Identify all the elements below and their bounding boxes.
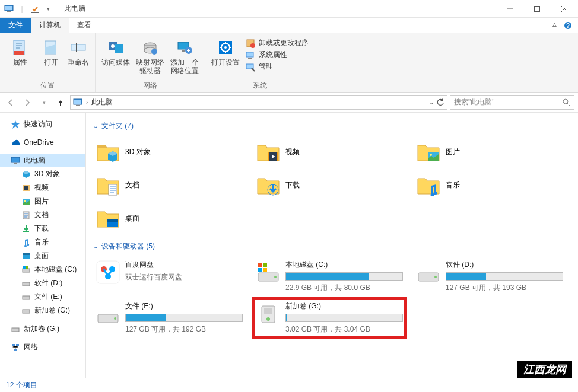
folder-documents[interactable]: 文档 xyxy=(93,170,245,200)
content-pane: ⌄ 文件夹 (7) 3D 对象 视频 图片 文档 下载 xyxy=(86,113,578,378)
open-button[interactable]: 打开 xyxy=(39,36,63,79)
open-icon xyxy=(42,38,61,57)
drive-d[interactable]: 软件 (D:) 127 GB 可用，共 193 GB xyxy=(414,257,566,295)
svg-rect-52 xyxy=(26,266,28,269)
access-media-button[interactable]: 访问媒体 xyxy=(100,36,131,79)
sidebar-pictures[interactable]: 图片 xyxy=(0,195,85,208)
svg-text:?: ? xyxy=(566,23,570,29)
help-icon[interactable]: ? xyxy=(564,21,572,30)
svg-point-16 xyxy=(111,44,115,48)
svg-rect-34 xyxy=(248,58,252,59)
music-icon xyxy=(21,238,31,247)
folder-icon xyxy=(416,173,441,197)
folder-pictures[interactable]: 图片 xyxy=(414,137,566,167)
close-button[interactable] xyxy=(551,0,578,18)
sidebar-documents[interactable]: 文档 xyxy=(0,208,85,222)
rename-button[interactable]: 重命名 xyxy=(66,36,90,79)
svg-rect-38 xyxy=(76,105,80,106)
svg-rect-62 xyxy=(277,152,278,161)
folder-icon xyxy=(96,173,120,197)
checkbox-icon[interactable] xyxy=(30,4,40,14)
recent-dropdown[interactable]: ▾ xyxy=(37,95,51,110)
drive-icon xyxy=(21,306,31,315)
sidebar-drive-d[interactable]: 软件 (D:) xyxy=(0,276,85,290)
folder-music[interactable]: 音乐 xyxy=(414,170,566,200)
drive-icon xyxy=(21,279,31,288)
section-drives[interactable]: ⌄ 设备和驱动器 (5) xyxy=(93,241,571,251)
tab-computer[interactable]: 计算机 xyxy=(31,18,69,33)
drive-baidu[interactable]: 百度网盘 双击运行百度网盘 xyxy=(93,257,245,295)
search-input[interactable]: 搜索"此电脑" xyxy=(450,95,574,110)
address-dropdown-icon[interactable]: ⌄ xyxy=(429,99,434,106)
sidebar-videos[interactable]: 视频 xyxy=(0,181,85,195)
sidebar-desktop[interactable]: 桌面 xyxy=(0,249,85,263)
ribbon-collapse-icon[interactable]: ㅿ xyxy=(551,21,558,30)
uninstall-programs-item[interactable]: 卸载或更改程序 xyxy=(246,38,309,48)
drive-g[interactable]: 新加卷 (G:) 3.02 GB 可用，共 3.04 GB xyxy=(253,299,405,337)
sidebar-downloads[interactable]: 下载 xyxy=(0,222,85,235)
sidebar-music[interactable]: 音乐 xyxy=(0,235,85,249)
svg-rect-84 xyxy=(264,308,272,314)
sidebar-drive-e[interactable]: 文件 (E:) xyxy=(0,290,85,304)
open-settings-button[interactable]: 打开设置 xyxy=(210,36,241,79)
svg-point-64 xyxy=(430,154,432,156)
folder-3d-objects[interactable]: 3D 对象 xyxy=(93,137,245,167)
breadcrumb[interactable]: 此电脑 xyxy=(91,97,113,107)
back-button[interactable] xyxy=(4,95,18,110)
svg-rect-53 xyxy=(23,282,30,286)
sidebar-drive-g2[interactable]: 新加卷 (G:) xyxy=(0,322,85,336)
drive-icon xyxy=(21,265,31,275)
tab-view[interactable]: 查看 xyxy=(69,18,100,33)
svg-point-82 xyxy=(114,317,116,320)
drive-c[interactable]: 本地磁盘 (C:) 22.9 GB 可用，共 80.0 GB xyxy=(253,257,405,295)
drive-name: 百度网盘 xyxy=(125,260,243,270)
tab-file[interactable]: 文件 xyxy=(0,18,31,33)
drive-icon xyxy=(256,301,281,326)
sidebar-drive-c[interactable]: 本地磁盘 (C:) xyxy=(0,263,85,276)
qat-dropdown-icon[interactable]: ▾ xyxy=(43,4,53,14)
media-icon xyxy=(106,38,125,57)
folder-label: 视频 xyxy=(285,147,300,157)
svg-rect-42 xyxy=(14,163,17,164)
window-controls xyxy=(496,0,578,18)
drive-name: 软件 (D:) xyxy=(446,260,563,270)
add-location-button[interactable]: 添加一个网络位置 xyxy=(169,36,200,79)
manage-item[interactable]: 管理 xyxy=(246,62,309,72)
search-icon xyxy=(563,98,570,106)
pc-icon xyxy=(11,156,20,165)
map-drive-button[interactable]: 映射网络驱动器 xyxy=(135,36,166,79)
drive-e[interactable]: 文件 (E:) 127 GB 可用，共 192 GB xyxy=(93,299,245,337)
minimize-button[interactable] xyxy=(496,0,523,18)
refresh-icon[interactable] xyxy=(436,98,444,107)
chevron-down-icon: ⌄ xyxy=(93,243,98,250)
svg-rect-68 xyxy=(107,219,118,222)
section-folders[interactable]: ⌄ 文件夹 (7) xyxy=(93,121,571,131)
group-label-system: 系统 xyxy=(210,79,310,91)
drive-sub: 双击运行百度网盘 xyxy=(125,272,243,282)
folders-grid: 3D 对象 视频 图片 文档 下载 音乐 xyxy=(93,137,571,233)
sidebar-this-pc[interactable]: 此电脑 xyxy=(0,154,85,167)
sidebar-quick-access[interactable]: 快速访问 xyxy=(0,117,85,131)
system-properties-item[interactable]: 系统属性 xyxy=(246,50,309,60)
pc-icon xyxy=(4,4,14,14)
map-drive-icon xyxy=(141,38,160,57)
drive-name: 新加卷 (G:) xyxy=(285,301,403,311)
folder-downloads[interactable]: 下载 xyxy=(253,170,405,200)
folder-videos[interactable]: 视频 xyxy=(253,137,405,167)
ribbon-group-location: 属性 打开 重命名 位置 xyxy=(0,33,96,92)
sidebar-3d-objects[interactable]: 3D 对象 xyxy=(0,167,85,181)
folder-desktop[interactable]: 桌面 xyxy=(93,203,245,233)
crumb-chevron-icon[interactable]: › xyxy=(86,99,88,106)
sidebar-onedrive[interactable]: OneDrive xyxy=(0,136,85,149)
sidebar-network[interactable]: 网络 xyxy=(0,340,85,354)
folder-icon xyxy=(96,139,120,164)
properties-button[interactable]: 属性 xyxy=(5,36,36,79)
address-bar[interactable]: › 此电脑 ⌄ xyxy=(70,95,447,110)
sidebar-drive-g[interactable]: 新加卷 (G:) xyxy=(0,304,85,317)
ribbon: 属性 打开 重命名 位置 访问媒体 映射网络驱动器 xyxy=(0,33,578,93)
maximize-button[interactable] xyxy=(523,0,551,18)
forward-button[interactable] xyxy=(20,95,34,110)
svg-rect-69 xyxy=(97,261,119,283)
navigation-row: ▾ › 此电脑 ⌄ 搜索"此电脑" xyxy=(0,93,578,113)
up-button[interactable] xyxy=(53,95,68,110)
